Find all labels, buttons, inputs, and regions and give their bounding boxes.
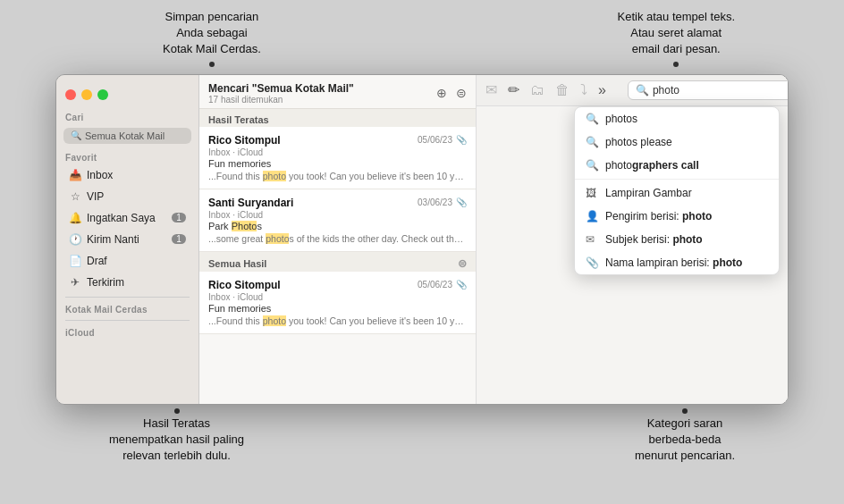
move-icon[interactable]: ⤵	[580, 82, 587, 98]
sidebar-item-inbox-label: Inbox	[87, 169, 113, 181]
mail-item[interactable]: Santi Suryandari 03/06/23 📎 Inbox · iClo…	[199, 189, 476, 252]
sidebar-search-label: Cari	[56, 109, 198, 124]
delete-icon[interactable]: 🗑	[555, 82, 570, 98]
search-suggestion-icon: 🔍	[586, 159, 598, 172]
search-suggestion-icon: 🔍	[586, 136, 598, 148]
sidebar-kotak-label: Kotak Mail Cerdas	[56, 301, 198, 316]
dropdown-item-text: photos please	[605, 136, 672, 148]
mail-attachment-icon: 📎	[456, 280, 467, 290]
mail-source: Inbox · iCloud	[208, 147, 467, 157]
mail-subject: Fun memories	[208, 158, 467, 169]
annotation-left-line: Simpan pencarianAnda sebagaiKotak Mail C…	[163, 9, 261, 67]
sender-category-icon: 👤	[586, 210, 598, 223]
attachment-category-icon: 🖼	[586, 187, 598, 199]
sidebar-item-draf[interactable]: 📄 Draf	[60, 251, 195, 271]
dropdown-item[interactable]: 📎 Nama lampiran berisi: photo	[575, 251, 779, 274]
dropdown-item[interactable]: 🖼 Lampiran Gambar	[575, 181, 779, 205]
sidebar-item-draf-label: Draf	[87, 255, 107, 267]
sidebar-item-inbox[interactable]: 📥 Inbox	[60, 165, 195, 185]
fullscreen-button[interactable]	[97, 89, 108, 100]
mail-attachment-icon: 📎	[456, 135, 467, 145]
search-dropdown: 🔍 photos 🔍 photos please 🔍 photographers…	[574, 106, 780, 275]
sidebar-item-ingatkan[interactable]: 🔔 Ingatkan Saya 1	[60, 208, 195, 228]
dropdown-item[interactable]: 🔍 photos please	[575, 130, 779, 154]
sidebar-search-icon: 🔍	[71, 130, 81, 140]
dropdown-item-text: Pengirim berisi: photo	[605, 210, 712, 223]
sidebar-favorit-label: Favorit	[56, 149, 198, 164]
sidebar: Cari 🔍 Semua Kotak Mail Favorit 📥 Inbox …	[56, 75, 199, 404]
add-mailbox-icon[interactable]: ⊕	[436, 86, 447, 100]
ingatkan-icon: 🔔	[69, 212, 81, 224]
annotation-bottom-right-text: Kategori saranberbeda-bedamenurut pencar…	[635, 416, 735, 465]
highlight: photo	[263, 315, 286, 326]
mail-date: 05/06/23	[418, 280, 452, 290]
mail-item-header: Rico Sitompul 05/06/23 📎	[208, 279, 467, 291]
dropdown-item[interactable]: 🔍 photographers call	[575, 154, 779, 177]
annotations-bottom: Hasil Teratasmenempatkan hasil palingrel…	[55, 408, 789, 465]
dropdown-item-text: Subjek berisi: photo	[605, 233, 703, 246]
sidebar-search-box[interactable]: 🔍 Semua Kotak Mail	[63, 128, 191, 144]
compose-icon[interactable]: ✉	[485, 81, 497, 98]
mail-item[interactable]: Rico Sitompul 05/06/23 📎 Inbox · iCloud …	[199, 127, 476, 189]
mail-meta: 03/06/23 📎	[418, 197, 467, 207]
sidebar-item-vip[interactable]: ☆ VIP	[60, 187, 195, 206]
sidebar-item-terkirim-label: Terkirim	[87, 276, 124, 289]
dropdown-item[interactable]: ✉ Subjek berisi: photo	[575, 228, 779, 251]
search-box[interactable]: 🔍 photo ✕	[628, 80, 789, 100]
highlight: photo	[266, 233, 289, 244]
search-box-icon: 🔍	[636, 84, 649, 97]
mail-subject: Fun memories	[208, 303, 467, 314]
close-button[interactable]	[65, 89, 76, 100]
all-results-header: Semua Hasil ⊜	[199, 252, 476, 272]
minimize-button[interactable]	[81, 89, 92, 100]
mail-source: Inbox · iCloud	[208, 292, 467, 302]
mail-meta: 05/06/23 📎	[418, 135, 467, 145]
mail-preview: ...some great photos of the kids the oth…	[208, 233, 467, 244]
sidebar-search-value: Semua Kotak Mail	[85, 130, 165, 141]
dropdown-item[interactable]: 👤 Pengirim berisi: photo	[575, 205, 779, 228]
mail-sender: Rico Sitompul	[208, 279, 281, 291]
sidebar-item-kirim-nanti[interactable]: 🕐 Kirim Nanti 1	[60, 230, 195, 249]
results-top-header: Hasil Teratas	[199, 109, 476, 127]
toolbar: ✉ ✏ 🗂 🗑 ⤵ » 🔍 photo ✕ 🔍 photos	[477, 75, 789, 106]
dropdown-item-text: Lampiran Gambar	[605, 187, 692, 199]
sidebar-divider-1	[65, 297, 190, 298]
mail-list-count: 17 hasil ditemukan	[208, 95, 354, 105]
dropdown-divider	[575, 179, 779, 180]
mail-list: Mencari "Semua Kotak Mail" 17 hasil dite…	[199, 75, 477, 404]
sidebar-item-terkirim[interactable]: ✈ Terkirim	[60, 273, 195, 292]
annotation-top-left-text: Simpan pencarianAnda sebagaiKotak Mail C…	[163, 9, 261, 58]
annotation-bottom-left-text: Hasil Teratasmenempatkan hasil palingrel…	[109, 416, 244, 465]
sidebar-item-ingatkan-label: Ingatkan Saya	[87, 212, 156, 224]
search-input[interactable]: photo	[653, 84, 787, 97]
annotation-right-line: Ketik atau tempel teks.Atau seret alamat…	[617, 9, 735, 67]
mail-item[interactable]: Rico Sitompul 05/06/23 📎 Inbox · iCloud …	[199, 272, 476, 334]
dropdown-item[interactable]: 🔍 photos	[575, 107, 779, 130]
dropdown-item-text: Nama lampiran berisi: photo	[605, 256, 742, 269]
all-results-label: Semua Hasil	[208, 258, 266, 269]
more-icon[interactable]: »	[598, 82, 606, 98]
mail-list-actions: ⊕ ⊜	[436, 86, 467, 100]
subject-category-icon: ✉	[586, 233, 598, 246]
sidebar-divider-2	[65, 320, 190, 321]
kirim-nanti-icon: 🕐	[69, 233, 81, 246]
sidebar-item-vip-label: VIP	[87, 190, 104, 203]
app-window: Cari 🔍 Semua Kotak Mail Favorit 📥 Inbox …	[55, 74, 789, 405]
all-results-icon: ⊜	[458, 257, 467, 270]
mail-date: 05/06/23	[418, 135, 452, 145]
mail-meta: 05/06/23 📎	[418, 280, 467, 290]
mail-item-header: Rico Sitompul 05/06/23 📎	[208, 134, 467, 147]
annotations-top: Simpan pencarianAnda sebagaiKotak Mail C…	[55, 9, 789, 71]
filename-category-icon: 📎	[586, 256, 598, 269]
mail-sender: Rico Sitompul	[208, 134, 281, 147]
search-suggestion-icon: 🔍	[586, 113, 598, 125]
archive-icon[interactable]: 🗂	[530, 82, 544, 98]
mail-subject: Park Photos	[208, 221, 467, 231]
kirim-nanti-badge: 1	[172, 234, 186, 244]
mail-preview: ...Found this photo you took! Can you be…	[208, 315, 467, 326]
draf-icon: 📄	[69, 255, 81, 267]
ann-dot-left	[174, 408, 180, 414]
mail-item-header: Santi Suryandari 03/06/23 📎	[208, 197, 467, 209]
new-message-icon[interactable]: ✏	[508, 81, 519, 98]
filter-icon[interactable]: ⊜	[456, 86, 467, 100]
